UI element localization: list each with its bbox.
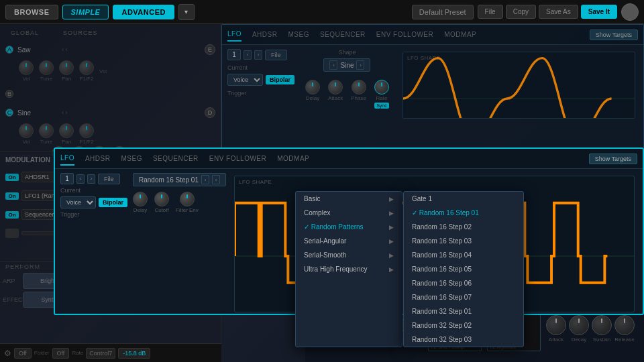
- chevron-right-icon: ▶: [389, 224, 394, 231]
- tab-envfollower-main[interactable]: ENV FOLLOWER: [209, 152, 266, 165]
- chevron-right-icon: ▶: [389, 196, 394, 202]
- tab-ahdsr-main[interactable]: AHDSR: [85, 152, 111, 165]
- tab-modmap-main[interactable]: MODMAP: [277, 152, 309, 165]
- control7-select[interactable]: Control7: [86, 348, 115, 359]
- filterenv-knob-main[interactable]: [180, 192, 195, 206]
- preset-display[interactable]: Default Preset: [412, 5, 474, 19]
- mod-on-2[interactable]: On: [5, 192, 19, 200]
- release-knob-fx[interactable]: [614, 315, 635, 335]
- tab-sequencer-main[interactable]: SEQUENCER: [153, 152, 199, 165]
- shape-selector-top[interactable]: ‹ Sine ›: [323, 58, 370, 72]
- pan-knob[interactable]: [59, 60, 74, 75]
- tune-knob[interactable]: [39, 60, 54, 75]
- attack-knob-top[interactable]: [328, 80, 343, 95]
- voice-select-top[interactable]: Voice: [227, 74, 263, 86]
- preset-selector-main[interactable]: Random 16 Step 01 ‹ ›: [133, 173, 226, 186]
- tab-lfo-top[interactable]: LFO: [227, 27, 241, 42]
- c-pan-knob[interactable]: [59, 123, 74, 138]
- sub-item-random32-01[interactable]: Random 32 Step 01: [404, 304, 523, 318]
- cutoff-knob-main[interactable]: [154, 192, 169, 206]
- lfo-prev-main[interactable]: ‹: [76, 174, 85, 184]
- sub-item-random16-05[interactable]: Random 16 Step 05: [404, 262, 523, 276]
- nav-dropdown[interactable]: ▾: [178, 4, 195, 20]
- dropdown-item-complex[interactable]: Complex ▶: [296, 206, 402, 220]
- attack-knob-fx[interactable]: [546, 315, 566, 335]
- sub-item-random32-03[interactable]: Random 32 Step 03: [404, 333, 523, 347]
- shape-prev[interactable]: ‹: [329, 60, 337, 70]
- sub-item-random16-02[interactable]: Random 16 Step 02: [404, 220, 523, 234]
- decay-label-fx: Decay: [572, 337, 587, 343]
- bipolar-btn-main[interactable]: Bipolar: [99, 198, 127, 207]
- sub-item-random16-04[interactable]: Random 16 Step 04: [404, 248, 523, 262]
- tab-sequencer-top[interactable]: SEQUENCER: [320, 28, 366, 41]
- dropdown-item-random-patterns[interactable]: ✓ Random Patterns ▶: [296, 220, 402, 234]
- phase-knob-top[interactable]: [352, 80, 366, 95]
- lfo-top-panel: LFO AHDSR MSEG SEQUENCER ENV FOLLOWER MO…: [221, 24, 644, 155]
- dropdown-item-serial-smooth[interactable]: Serial-Smooth ▶: [296, 248, 402, 262]
- off-btn-1[interactable]: Off: [14, 348, 32, 359]
- dropdown-item-basic[interactable]: Basic ▶: [296, 192, 402, 206]
- decay-knob-fx[interactable]: [569, 315, 589, 335]
- trigger-label-top: Trigger: [227, 90, 246, 97]
- tab-envfollower-top[interactable]: ENV FOLLOWER: [376, 28, 433, 41]
- shape-name-top: Sine: [340, 62, 354, 69]
- sub-item-random16-07[interactable]: Random 16 Step 07: [404, 290, 523, 304]
- browse-button[interactable]: BROWSE: [5, 5, 58, 19]
- bipolar-btn-top[interactable]: Bipolar: [266, 75, 294, 84]
- global-label: GLOBAL: [5, 27, 44, 38]
- lfo-number-controls-top: 1 ‹ › File Current Voice Bipolar Trigger: [227, 49, 294, 97]
- sync-btn-top[interactable]: Sync: [374, 103, 389, 109]
- rate-knob-top[interactable]: [374, 80, 389, 95]
- tab-lfo-main[interactable]: LFO: [60, 152, 74, 166]
- sustain-knob-fx[interactable]: [592, 315, 612, 335]
- sub-item-random32-02[interactable]: Random 32 Step 02: [404, 318, 523, 333]
- vol-knob[interactable]: [19, 60, 34, 75]
- show-targets-main[interactable]: Show Targets: [589, 154, 637, 164]
- source-row-b: B: [0, 84, 221, 103]
- gear-icon[interactable]: ⚙: [4, 349, 11, 358]
- sub-item-random16-06[interactable]: Random 16 Step 06: [404, 276, 523, 290]
- shape-next[interactable]: ›: [356, 60, 364, 70]
- source-a-toggle[interactable]: E: [205, 44, 215, 55]
- sub-item-random16-03[interactable]: Random 16 Step 03: [404, 234, 523, 248]
- nav-right-buttons: File Copy Save As Save It: [478, 5, 617, 19]
- copy-button[interactable]: Copy: [506, 5, 536, 19]
- lfo-main-preset-area: Random 16 Step 01 ‹ › Delay Cutoff Filte…: [133, 173, 226, 213]
- save-button[interactable]: Save It: [581, 5, 617, 19]
- lfo-shape-area-top: LFO SHAPE: [402, 52, 635, 119]
- file-button[interactable]: File: [478, 5, 503, 19]
- lfo-top-controls: 1 ‹ › File Current Voice Bipolar Trigger…: [222, 45, 643, 125]
- off-btn-2[interactable]: Off: [52, 348, 70, 359]
- tab-modmap-top[interactable]: MODMAP: [444, 28, 476, 41]
- mod-on-3[interactable]: On: [5, 211, 19, 219]
- lfo-file-main[interactable]: File: [98, 174, 120, 184]
- show-targets-top[interactable]: Show Targets: [590, 29, 638, 40]
- c-f1f2-knob[interactable]: [79, 123, 94, 138]
- f1f2-knob[interactable]: [79, 60, 94, 75]
- voice-select-main[interactable]: Voice: [60, 196, 96, 208]
- tab-mseg-top[interactable]: MSEG: [288, 28, 309, 41]
- lfo-file-top[interactable]: File: [265, 50, 287, 60]
- c-vol-knob[interactable]: [19, 123, 34, 138]
- dropdown-item-serial-angular[interactable]: Serial-Angular ▶: [296, 234, 402, 248]
- mod-on-4[interactable]: [5, 229, 19, 238]
- c-tune-knob[interactable]: [39, 123, 54, 138]
- sine-wave-svg: [403, 52, 635, 119]
- sub-item-gate1[interactable]: Gate 1: [404, 192, 523, 206]
- source-b-label: B: [5, 90, 13, 98]
- lfo-next-main[interactable]: ›: [87, 174, 95, 184]
- delay-knob-main[interactable]: [133, 192, 148, 206]
- source-c-knobs: Vol Tune Pan F1/F2: [0, 122, 221, 147]
- advanced-button[interactable]: ADVANCED: [113, 5, 174, 19]
- mod-on-1[interactable]: On: [5, 174, 19, 181]
- delay-knob-top[interactable]: [305, 80, 320, 95]
- sub-item-random16-01[interactable]: ✓ Random 16 Step 01: [404, 206, 523, 220]
- dropdown-item-ultra-high[interactable]: Ultra High Frequency ▶: [296, 262, 402, 276]
- tab-mseg-main[interactable]: MSEG: [121, 152, 142, 165]
- lfo-prev-top[interactable]: ‹: [244, 50, 252, 60]
- save-as-button[interactable]: Save As: [539, 5, 578, 19]
- tab-ahdsr-top[interactable]: AHDSR: [252, 28, 278, 41]
- simple-button[interactable]: SIMPLE: [62, 5, 109, 19]
- lfo-next-top[interactable]: ›: [254, 50, 262, 60]
- source-c-toggle[interactable]: D: [205, 107, 215, 118]
